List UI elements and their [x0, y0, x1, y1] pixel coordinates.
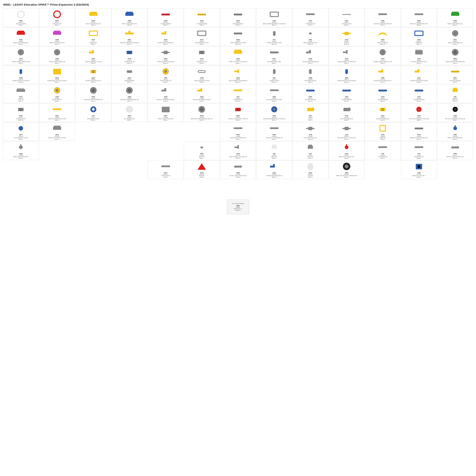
parts-grid: 855434544140V-BELT Ø15, WHITEBOM # 28554…	[3, 8, 473, 198]
part-info: 492836203069WIRE CLIP, W/ CROSS HOLEBOM …	[448, 134, 463, 140]
svg-rect-5	[126, 12, 133, 13]
svg-rect-74	[92, 50, 94, 53]
part-info: 397896244916BRICK 2X4 W/ CROSS HOLEBOM #…	[122, 20, 137, 26]
list-item: 397896244914BRICK 2X4 W/ CROSS HOLEBOM #…	[75, 8, 111, 27]
part-image	[341, 28, 352, 38]
list-item: 3988863213053M CONNECTOR PEGBOM # 8	[292, 66, 328, 84]
svg-rect-133	[17, 88, 17, 89]
part-image	[88, 28, 99, 38]
part-info: 397896244914BRICK 2X4 W/ CROSS HOLEBOM #…	[86, 20, 101, 26]
svg-rect-123	[418, 69, 420, 72]
list-item: 397946255663FRAME 7X11BOM # 4	[401, 27, 437, 46]
part-info: 325234153707TECHNIC 3M BEAMBOM # 6	[197, 20, 207, 26]
svg-rect-79	[199, 51, 204, 54]
part-image	[377, 47, 388, 57]
svg-rect-242	[201, 147, 203, 148]
list-item: 594436132049CROSS AXLE, EXTENSION, 2MBOM…	[256, 122, 292, 141]
part-info: 392236273153BRICK 2X2 W/ CIRCLE W/ CROSS…	[48, 134, 66, 140]
svg-rect-151	[201, 88, 202, 91]
list-item: 642894645732TECHNIC 3M BEAMBOM # 8	[148, 8, 184, 27]
svg-rect-40	[415, 13, 423, 14]
part-info: 139276108621CROSS AXLE 32MBOM # 2	[342, 20, 351, 26]
part-info: 155356102120FLAT TILE 2x2 ROUND W. HOLE …	[409, 115, 429, 121]
list-item	[75, 160, 111, 179]
svg-rect-197	[53, 108, 61, 109]
svg-point-143	[56, 89, 58, 91]
svg-rect-103	[420, 50, 421, 51]
list-item: 421656278125TECHNIC ANGULAR BEAM 4X4BOM …	[148, 27, 184, 46]
part-image	[450, 28, 461, 38]
part-info: 642904513174TECHNIC 11M BEAMBOM # 6	[305, 96, 316, 102]
svg-rect-51	[164, 31, 166, 34]
part-image	[124, 47, 135, 57]
part-info: 6530463477892M FRIC. SNAP W/CROSS HOLEBO…	[229, 172, 247, 178]
part-image	[269, 28, 280, 38]
part-image	[232, 85, 244, 96]
list-item: 373086217705SENSOR COLOUR, NO. 2BOM # 1	[401, 160, 437, 179]
part-image	[413, 104, 425, 115]
list-item	[39, 141, 75, 160]
list-item: 887386843529UPPER PART FOR TURNTABLE Z60…	[184, 103, 220, 122]
list-item: 6530463217472M FRIC. SNAP W/CROSS HOLEBO…	[437, 141, 473, 160]
part-image	[305, 123, 316, 134]
list-item: 421356231716CATCH W/ CROSS HOLEBOM # 6	[329, 103, 365, 122]
svg-point-239	[453, 126, 457, 130]
list-item: 224984255563DOUBLE CONICAL WHEEL Z36BOM …	[39, 46, 75, 65]
list-item: 604849072627T-BEAM 3X3 W/HOLE Ø4.8 BEAM …	[112, 27, 147, 46]
list-item: 393706261590BEAM 3X5 W/ DIA. 19 WHEEL CU…	[401, 122, 437, 141]
part-image	[160, 85, 171, 96]
part-image	[269, 9, 280, 19]
svg-rect-196	[53, 109, 61, 110]
svg-rect-204	[235, 108, 241, 111]
list-item: 651276327430RACK 7 MBOM # 2	[3, 85, 39, 103]
part-image	[160, 161, 171, 172]
part-image	[88, 85, 99, 96]
svg-rect-135	[19, 88, 19, 89]
part-info: 315116186133WEAPON BARRELBOM # 4	[125, 77, 134, 83]
list-item: 42744143005CONNECTOR PEG W. KNOBBOM # 16	[256, 27, 292, 46]
part-info: 594436132049CROSS AXLE, EXTENSION, 2MBOM…	[230, 134, 246, 140]
svg-point-214	[453, 107, 458, 112]
svg-rect-38	[378, 13, 387, 14]
part-image	[341, 161, 352, 172]
svg-rect-247	[308, 146, 313, 149]
svg-point-256	[451, 146, 454, 149]
list-item	[3, 160, 39, 179]
svg-rect-134	[18, 88, 18, 89]
list-item: 392236273153BRICK 2X2 W/ CIRCLE W/ CROSS…	[39, 122, 75, 141]
list-item: 414866271152DOUBLE ANGULAR BEAM 3X7 45°B…	[365, 66, 401, 84]
part-image	[413, 66, 425, 77]
part-info: 393706261590BEAM 3X5 W/ DIA. 19 WHEEL CU…	[410, 134, 428, 140]
part-info: 325234208160TECHNIC 3M BEAMBOM # 4	[233, 20, 243, 26]
list-item: 855444544143V-BELT Ø 24, REDBOM # 2	[39, 8, 75, 27]
part-image	[51, 66, 63, 77]
list-item: 30034653970BRICK 2X2BOM # 2	[437, 85, 473, 103]
svg-rect-34	[306, 14, 315, 15]
list-item: 648714542373TECHNIC 15M BEAMBOM # 6	[437, 66, 473, 84]
part-image	[232, 66, 244, 77]
list-item: 870836086520CROSS AXLE 4M WITH END STOPB…	[401, 8, 437, 27]
part-image	[413, 47, 425, 57]
part-image	[196, 161, 207, 172]
svg-rect-154	[270, 90, 279, 91]
part-info: 4303863222551/4 CIRCLE GEAR RACK 11X11BO…	[411, 58, 427, 64]
svg-rect-37	[378, 14, 387, 15]
list-item: 241196150082BOWED PANEL 3X7X2 W/ 4.85 HO…	[39, 66, 75, 84]
list-item	[112, 141, 147, 160]
part-info: 526294261647DIA. 19 WHEEL BALLBOM # 1	[124, 115, 135, 121]
part-info: 351854513999ANGLED GEAR WHEEL Z20, W/ 4.…	[263, 115, 285, 121]
part-image	[377, 66, 388, 77]
part-image	[269, 104, 280, 115]
part-info: 421916331441CROSS BLOCK 3X2BOM # 8	[197, 58, 207, 64]
part-image	[15, 123, 26, 134]
list-item: 112156053028STONE 1X2X1 1/3 W. 2 PLATES …	[220, 46, 256, 65]
svg-rect-78	[164, 51, 168, 54]
list-item: 430934260482CONN.BUSH W.FRIC./CROSSALEBO…	[148, 46, 184, 65]
svg-rect-246	[272, 145, 276, 146]
list-item: 397936282656FRAME 3X3BOM # 4	[365, 122, 401, 141]
svg-rect-44	[17, 31, 24, 32]
part-info: 642894645732TECHNIC 3M BEAMBOM # 8	[160, 20, 171, 26]
list-item: 398926326620UPPER PART FOR TURNTABLE z28…	[112, 85, 147, 103]
part-image	[305, 28, 316, 38]
part-image	[51, 47, 63, 57]
